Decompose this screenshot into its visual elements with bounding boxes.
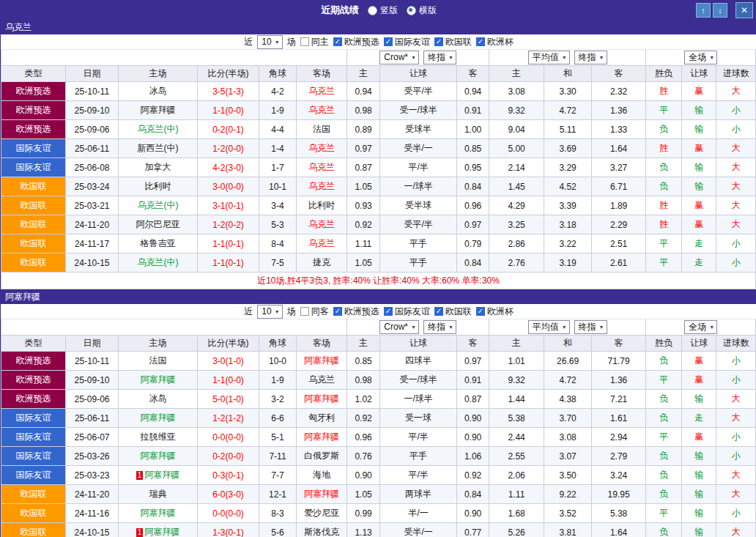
asian-line-cell: 平/半 [380, 428, 457, 447]
bookmaker-select[interactable]: Crow*▼ [379, 320, 419, 334]
euro-average-select[interactable]: 平均值▼ [528, 51, 570, 64]
same-venue-checkbox[interactable]: 同主 [300, 36, 329, 48]
match-count-select[interactable]: 10▼ [257, 35, 282, 49]
euro-draw-odds-cell: 3.22 [544, 234, 592, 253]
asian-away-odds-cell: 1.00 [457, 120, 489, 139]
handicap-result-cell: 走 [682, 234, 716, 253]
home-team-cell: 阿尔巴尼亚 [119, 215, 198, 234]
goals-result-cell: 大 [716, 196, 756, 215]
view-option-horizontal[interactable]: 横版 [407, 4, 437, 17]
scope-select[interactable]: 全场▼ [684, 51, 717, 64]
asian-line-cell: 受一/球半 [380, 371, 457, 390]
column-header: 客 [457, 336, 489, 352]
column-header-row: 类型日期主场比分(半场)角球客场主让球客主和客胜负让球进球数 [1, 336, 756, 352]
competition-checkbox[interactable]: 欧洲杯 [476, 305, 514, 318]
euro-home-odds-cell: 9.04 [489, 120, 544, 139]
filter-row: 近10▼场同客欧洲预选国际友谊欧国联欧洲杯 [1, 304, 756, 319]
away-team-cell: 海地 [297, 466, 347, 485]
competition-type-cell: 欧国联 [1, 504, 66, 523]
away-team-cell: 白俄罗斯 [297, 447, 347, 466]
away-team-cell: 爱沙尼亚 [297, 504, 347, 523]
euro-home-odds-cell: 9.32 [489, 101, 544, 120]
select-value: 全场 [689, 52, 706, 63]
euro-away-odds-cell: 1.33 [592, 120, 646, 139]
handicap-result-cell: 输 [682, 120, 716, 139]
home-team-name: 新西兰(中) [138, 143, 179, 153]
competition-checkbox[interactable]: 欧国联 [434, 36, 472, 48]
euro-away-odds-cell: 1.64 [592, 523, 646, 537]
result-cell: 负 [646, 523, 682, 537]
score-cell: 0-2(0-0) [198, 447, 259, 466]
move-up-button[interactable]: ↑ [696, 3, 711, 18]
asian-odds-dropdowns: Crow*▼终指▼ [347, 50, 489, 66]
competition-type-cell: 欧国联 [1, 523, 66, 537]
euro-index-select[interactable]: 终指▼ [574, 320, 607, 334]
competition-type-cell: 国际友谊 [1, 428, 66, 447]
euro-draw-odds-cell: 3.52 [544, 504, 592, 523]
asian-away-odds-cell: 0.84 [457, 177, 489, 196]
corner-cell: 1-7 [259, 158, 297, 177]
euro-average-select[interactable]: 平均值▼ [528, 320, 570, 334]
home-team-cell: 乌克兰(中) [119, 120, 198, 139]
away-team-cell: 乌克兰 [297, 82, 347, 101]
away-team-cell: 乌克兰 [297, 234, 347, 253]
column-header: 日期 [66, 336, 119, 352]
match-count-select[interactable]: 10▼ [257, 305, 282, 319]
euro-home-odds-cell: 5.26 [489, 523, 544, 537]
chevron-down-icon: ▼ [562, 52, 567, 63]
euro-draw-odds-cell: 3.81 [544, 523, 592, 537]
select-value: 10 [262, 37, 271, 48]
asian-home-odds-cell: 1.13 [347, 523, 380, 537]
result-cell: 负 [646, 177, 682, 196]
euro-index-select[interactable]: 终指▼ [574, 51, 607, 64]
red-card-badge: 1 [136, 471, 144, 480]
close-button[interactable]: ✕ [735, 2, 753, 18]
asian-line-cell: 半/一 [380, 504, 457, 523]
competition-checkbox[interactable]: 欧洲杯 [476, 36, 514, 48]
corner-cell: 4-2 [259, 82, 297, 101]
result-cell: 负 [646, 409, 682, 428]
checkbox-icon [300, 307, 309, 316]
scope-select[interactable]: 全场▼ [684, 320, 717, 334]
goals-result-cell: 大 [716, 409, 756, 428]
score-cell: 3-0(1-0) [198, 352, 259, 371]
panel-title: 近期战绩 [321, 4, 359, 17]
asian-line-cell: 平手 [380, 253, 457, 273]
goals-result-cell: 小 [716, 371, 756, 390]
competition-type-cell: 国际友谊 [1, 139, 66, 158]
date-cell: 25-03-23 [66, 466, 119, 485]
match-row: 国际友谊25-06-07拉脱维亚0-0(0-0)5-1阿塞拜疆0.96平/半0.… [1, 428, 756, 447]
same-venue-checkbox[interactable]: 同客 [300, 305, 329, 318]
competition-type-cell: 国际友谊 [1, 466, 66, 485]
asian-index-select[interactable]: 终指▼ [423, 51, 456, 64]
asian-index-select[interactable]: 终指▼ [423, 320, 456, 334]
competition-checkbox[interactable]: 国际友谊 [384, 36, 430, 48]
competition-checkbox[interactable]: 欧国联 [434, 305, 472, 318]
match-row: 欧洲预选25-10-11法国3-0(1-0)10-0阿塞拜疆0.85四球半0.9… [1, 352, 756, 371]
view-option-vertical[interactable]: 竖版 [368, 4, 398, 17]
section-summary: 近10场,胜4平3负3, 胜率:40% 让胜率:40% 大率:60% 单率:30… [1, 273, 756, 289]
column-header-row: 类型日期主场比分(半场)角球客场主让球客主和客胜负让球进球数 [1, 66, 756, 82]
competition-checkbox[interactable]: 欧洲预选 [333, 36, 379, 48]
chevron-down-icon: ▼ [599, 322, 604, 333]
bookmaker-select[interactable]: Crow*▼ [379, 51, 419, 64]
competition-type-cell: 欧国联 [1, 253, 66, 273]
move-down-button[interactable]: ↓ [713, 3, 727, 18]
handicap-result-cell: 输 [682, 447, 716, 466]
handicap-result-cell: 赢 [682, 215, 716, 234]
result-cell: 平 [646, 253, 682, 273]
column-header: 角球 [259, 336, 297, 352]
column-header: 主 [347, 66, 380, 82]
asian-away-odds-cell: 0.97 [457, 352, 489, 371]
checkbox-label: 国际友谊 [395, 305, 430, 318]
chevron-down-icon: ▼ [599, 52, 604, 63]
competition-checkbox[interactable]: 国际友谊 [384, 305, 430, 318]
date-cell: 25-09-10 [66, 371, 119, 390]
match-row: 欧国联25-03-24比利时3-0(0-0)10-1乌克兰1.05一/球半0.8… [1, 177, 756, 196]
competition-type-cell: 欧国联 [1, 485, 66, 504]
goals-result-cell: 小 [716, 352, 756, 371]
goals-result-cell: 小 [716, 428, 756, 447]
competition-checkbox[interactable]: 欧洲预选 [333, 305, 379, 318]
goals-result-cell: 小 [716, 504, 756, 523]
match-row: 国际友谊25-06-11新西兰(中)1-2(0-0)1-4乌克兰0.97受半/一… [1, 139, 756, 158]
